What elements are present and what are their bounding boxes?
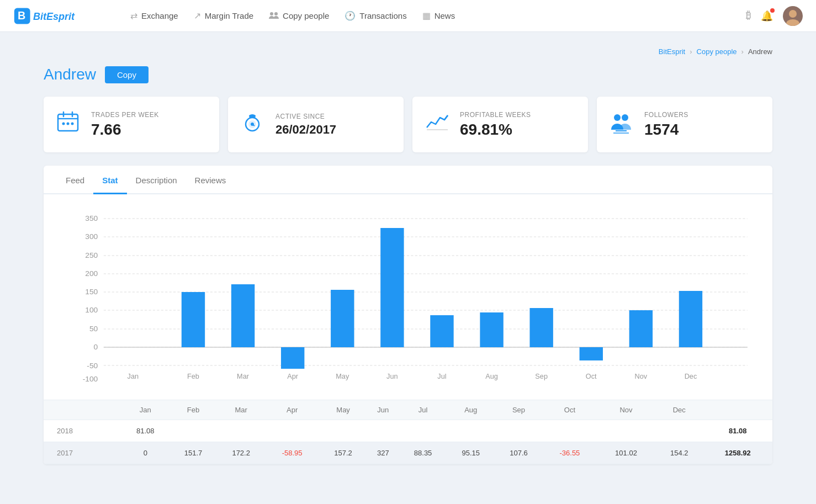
- stat-cards: TRADES PER WEEK 7.66 ACTIVE SINCE 26/02/…: [44, 97, 772, 152]
- col-jun: Jun: [367, 400, 399, 420]
- val-2017-jan: 0: [121, 442, 169, 464]
- nav-margin-trade[interactable]: ↗ Margin Trade: [194, 10, 253, 21]
- navbar: B BitEsprit ⇄ Exchange ↗ Margin Trade Co…: [0, 0, 816, 32]
- bar-jun: [380, 228, 404, 347]
- col-nov: Nov: [597, 400, 655, 420]
- svg-point-15: [71, 123, 74, 125]
- tab-stat[interactable]: Stat: [93, 166, 126, 194]
- page-content: BitEsprit › Copy people › Andrew Andrew …: [22, 32, 794, 480]
- nav-transactions[interactable]: 🕐 Transactions: [345, 10, 406, 21]
- svg-point-23: [622, 114, 628, 121]
- svg-text:350: 350: [85, 214, 98, 222]
- bar-mar: [231, 284, 255, 347]
- col-sep: Sep: [495, 400, 543, 420]
- avatar-image: [783, 6, 803, 26]
- nav-exchange[interactable]: ⇄ Exchange: [130, 10, 178, 21]
- followers-label: FOLLOWERS: [644, 111, 688, 119]
- breadcrumb-bitesprit[interactable]: BitEsprit: [659, 47, 685, 56]
- followers-value: 1574: [644, 121, 688, 139]
- val-2017-apr: -58.95: [265, 442, 319, 464]
- profitable-weeks-label: PROFITABLE WEEKS: [460, 111, 531, 119]
- svg-text:Jun: Jun: [386, 373, 398, 380]
- svg-text:May: May: [336, 373, 349, 380]
- col-oct: Oct: [543, 400, 597, 420]
- stat-card-profitable-info: PROFITABLE WEEKS 69.81%: [460, 111, 531, 139]
- val-2017-feb: 151.7: [169, 442, 218, 464]
- svg-text:B: B: [18, 9, 25, 22]
- nav-news[interactable]: ▦ News: [422, 10, 455, 21]
- news-icon: ▦: [422, 10, 431, 21]
- svg-point-13: [62, 123, 65, 125]
- notification-bell[interactable]: 🔔: [761, 10, 773, 22]
- margin-trade-icon: ↗: [194, 10, 201, 21]
- copy-people-icon: [269, 11, 279, 21]
- active-since-icon: [239, 110, 266, 139]
- nav-copy-people-label: Copy people: [283, 11, 329, 20]
- data-table-container: Jan Feb Mar Apr May Jun Jul Aug Sep Oct …: [44, 400, 772, 464]
- val-2017-sep: 107.6: [495, 442, 543, 464]
- val-2017-jul: 88.35: [399, 442, 447, 464]
- stat-card-followers: FOLLOWERS 1574: [597, 97, 772, 152]
- transactions-icon: 🕐: [345, 10, 356, 21]
- svg-text:Feb: Feb: [187, 373, 199, 380]
- svg-text:-50: -50: [87, 362, 98, 370]
- bitcoin-icon[interactable]: ₿: [746, 10, 751, 22]
- svg-text:-100: -100: [83, 375, 98, 383]
- stat-card-trades-info: TRADES PER WEEK 7.66: [91, 111, 159, 139]
- svg-point-22: [614, 114, 621, 121]
- logo-svg: B BitEsprit: [13, 6, 113, 26]
- breadcrumb-copy-people[interactable]: Copy people: [697, 47, 737, 56]
- svg-point-4: [274, 12, 278, 15]
- svg-text:0: 0: [94, 343, 98, 351]
- total-2017: 1258.92: [703, 442, 772, 464]
- col-mar: Mar: [217, 400, 265, 420]
- bar-aug: [480, 312, 503, 347]
- val-2018-may: [319, 420, 367, 442]
- svg-text:Dec: Dec: [685, 373, 697, 380]
- val-2017-oct: -36.55: [543, 442, 597, 464]
- copy-button[interactable]: Copy: [105, 66, 149, 83]
- trades-per-week-label: TRADES PER WEEK: [91, 111, 159, 119]
- active-since-label: ACTIVE SINCE: [275, 113, 336, 120]
- val-2017-jun: 327: [367, 442, 399, 464]
- profitable-weeks-value: 69.81%: [460, 121, 531, 139]
- breadcrumb-sep-2: ›: [741, 47, 744, 56]
- user-avatar[interactable]: [783, 6, 803, 26]
- profitable-weeks-icon: [423, 110, 450, 139]
- svg-text:Jan: Jan: [128, 373, 139, 380]
- tab-description[interactable]: Description: [127, 166, 186, 194]
- nav-margin-trade-label: Margin Trade: [205, 11, 253, 20]
- bar-feb: [182, 292, 205, 347]
- main-panel: Feed Stat Description Reviews: [44, 166, 772, 464]
- val-2018-sep: [495, 420, 543, 442]
- val-2017-mar: 172.2: [217, 442, 265, 464]
- val-2018-nov: [597, 420, 655, 442]
- val-2018-jul: [399, 420, 447, 442]
- val-2018-jan: 81.08: [121, 420, 169, 442]
- stat-card-trades-per-week: TRADES PER WEEK 7.66: [44, 97, 219, 152]
- logo[interactable]: B BitEsprit: [13, 6, 113, 26]
- bar-chart: 350 300 250 200 150 100 50 0 -50 -100: [57, 208, 759, 395]
- svg-text:Aug: Aug: [485, 373, 498, 380]
- col-aug: Aug: [447, 400, 495, 420]
- table-row-2017: 2017 0 151.7 172.2 -58.95 157.2 327 88.3…: [44, 442, 772, 464]
- breadcrumb-sep-1: ›: [690, 47, 692, 56]
- svg-text:300: 300: [85, 232, 98, 241]
- val-2018-aug: [447, 420, 495, 442]
- svg-text:Sep: Sep: [535, 373, 548, 380]
- svg-text:Apr: Apr: [287, 373, 298, 380]
- val-2017-dec: 154.2: [655, 442, 703, 464]
- tab-reviews[interactable]: Reviews: [186, 166, 235, 194]
- val-2017-may: 157.2: [319, 442, 367, 464]
- svg-text:100: 100: [85, 306, 98, 314]
- col-total: [703, 400, 772, 420]
- bar-sep: [529, 308, 553, 347]
- col-dec: Dec: [655, 400, 703, 420]
- stat-card-active-since: ACTIVE SINCE 26/02/2017: [228, 97, 404, 152]
- nav-copy-people[interactable]: Copy people: [269, 11, 329, 21]
- tab-feed[interactable]: Feed: [57, 166, 93, 194]
- col-jan: Jan: [121, 400, 169, 420]
- trades-per-week-icon: [55, 110, 81, 139]
- data-table: Jan Feb Mar Apr May Jun Jul Aug Sep Oct …: [44, 400, 772, 464]
- col-feb: Feb: [169, 400, 218, 420]
